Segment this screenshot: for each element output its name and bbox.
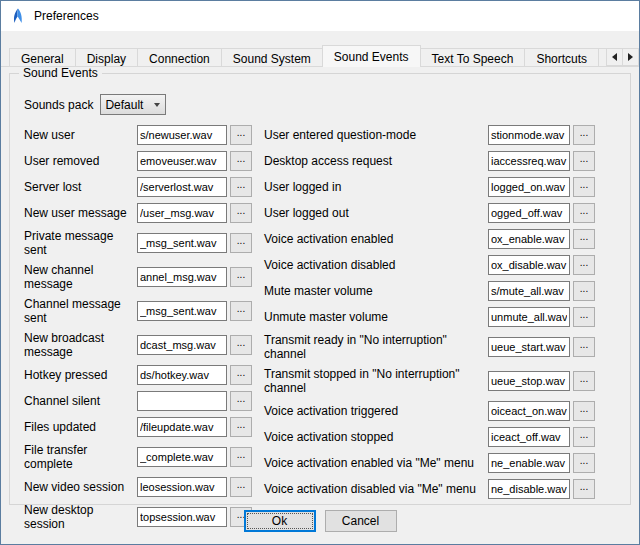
- sound-file-input[interactable]: [137, 233, 227, 253]
- browse-button[interactable]: ...: [230, 477, 252, 497]
- sound-event-row: Voice activation triggered...: [264, 401, 620, 421]
- sound-event-label: Server lost: [24, 180, 137, 194]
- browse-button[interactable]: ...: [573, 401, 595, 421]
- browse-button[interactable]: ...: [573, 125, 595, 145]
- tab-connection[interactable]: Connection: [137, 48, 222, 67]
- sound-file-input[interactable]: [488, 427, 570, 447]
- sound-file-input[interactable]: [488, 281, 570, 301]
- sound-event-label: Voice activation stopped: [264, 430, 488, 444]
- tab-display[interactable]: Display: [75, 48, 138, 67]
- chevron-down-icon: [154, 103, 160, 107]
- browse-button[interactable]: ...: [573, 177, 595, 197]
- browse-button[interactable]: ...: [230, 233, 252, 253]
- browse-button[interactable]: ...: [573, 281, 595, 301]
- sound-file-input[interactable]: [488, 307, 570, 327]
- tab-sound-events[interactable]: Sound Events: [322, 45, 421, 67]
- cancel-button[interactable]: Cancel: [325, 510, 397, 532]
- sound-file-input[interactable]: [137, 151, 227, 171]
- browse-button[interactable]: ...: [573, 307, 595, 327]
- sound-file-input[interactable]: [137, 301, 227, 321]
- sound-file-input[interactable]: [137, 125, 227, 145]
- sound-event-row: Transmit stopped in "No interruption" ch…: [264, 367, 620, 395]
- tab-text-to-speech[interactable]: Text To Speech: [420, 48, 526, 67]
- sound-event-row: Channel silent...: [24, 391, 254, 411]
- sound-file-input[interactable]: [488, 203, 570, 223]
- browse-button[interactable]: ...: [230, 335, 252, 355]
- sound-event-label: User logged out: [264, 206, 488, 220]
- browse-button[interactable]: ...: [573, 453, 595, 473]
- sound-file-input[interactable]: [137, 447, 227, 467]
- sound-event-label: Private message sent: [24, 229, 137, 257]
- tab-sound-system[interactable]: Sound System: [221, 48, 323, 67]
- sound-event-label: User entered question-mode: [264, 128, 488, 142]
- groupbox-title: Sound Events: [19, 66, 102, 80]
- browse-button[interactable]: ...: [573, 255, 595, 275]
- sound-file-input[interactable]: [488, 337, 570, 357]
- sound-file-input[interactable]: [488, 479, 570, 499]
- browse-button[interactable]: ...: [230, 391, 252, 411]
- browse-button[interactable]: ...: [230, 447, 252, 467]
- sound-event-row: New channel message...: [24, 263, 254, 291]
- sound-event-label: Voice activation enabled via "Me" menu: [264, 456, 488, 470]
- sound-event-row: New video session...: [24, 477, 254, 497]
- sound-events-groupbox: Sound Events Sounds pack Default New use…: [9, 73, 631, 505]
- sound-event-row: File transfer complete...: [24, 443, 254, 471]
- title-bar: Preferences: [1, 1, 639, 31]
- sound-file-input[interactable]: [137, 203, 227, 223]
- browse-button[interactable]: ...: [573, 371, 595, 391]
- sound-file-input[interactable]: [488, 453, 570, 473]
- browse-button[interactable]: ...: [573, 479, 595, 499]
- sound-file-input[interactable]: [488, 125, 570, 145]
- sound-file-input[interactable]: [137, 177, 227, 197]
- tab-scroll-left-button[interactable]: [606, 48, 623, 66]
- sound-event-row: Hotkey pressed...: [24, 365, 254, 385]
- browse-button[interactable]: ...: [230, 301, 252, 321]
- sound-file-input[interactable]: [137, 365, 227, 385]
- browse-button[interactable]: ...: [230, 125, 252, 145]
- sound-event-row: Voice activation disabled...: [264, 255, 620, 275]
- tab-general[interactable]: General: [9, 48, 76, 67]
- sound-event-label: User logged in: [264, 180, 488, 194]
- sound-file-input[interactable]: [137, 267, 227, 287]
- browse-button[interactable]: ...: [573, 151, 595, 171]
- sound-file-input[interactable]: [488, 177, 570, 197]
- sound-file-input[interactable]: [137, 477, 227, 497]
- sound-event-label: Desktop access request: [264, 154, 488, 168]
- sound-file-input[interactable]: [488, 255, 570, 275]
- browse-button[interactable]: ...: [230, 267, 252, 287]
- sound-file-input[interactable]: [137, 417, 227, 437]
- sound-file-input[interactable]: [137, 391, 227, 411]
- sound-file-input[interactable]: [137, 335, 227, 355]
- sound-file-input[interactable]: [488, 229, 570, 249]
- tab-scroller: [606, 48, 639, 66]
- browse-button[interactable]: ...: [230, 177, 252, 197]
- sound-event-label: Voice activation disabled via "Me" menu: [264, 482, 488, 496]
- tab-scroll-right-button[interactable]: [622, 48, 639, 66]
- sound-event-label: New user: [24, 128, 137, 142]
- sound-file-input[interactable]: [488, 401, 570, 421]
- tab-shortcuts[interactable]: Shortcuts: [524, 48, 599, 67]
- ok-button[interactable]: Ok: [244, 510, 316, 532]
- sounds-pack-label: Sounds pack: [24, 98, 93, 112]
- browse-button[interactable]: ...: [573, 229, 595, 249]
- sound-event-label: Channel silent: [24, 394, 137, 408]
- sound-event-label: New channel message: [24, 263, 137, 291]
- browse-button[interactable]: ...: [573, 337, 595, 357]
- sound-file-input[interactable]: [488, 151, 570, 171]
- browse-button[interactable]: ...: [230, 417, 252, 437]
- sound-event-row: User removed...: [24, 151, 254, 171]
- sound-event-row: Server lost...: [24, 177, 254, 197]
- browse-button[interactable]: ...: [573, 203, 595, 223]
- browse-button[interactable]: ...: [230, 365, 252, 385]
- sound-event-label: New video session: [24, 480, 137, 494]
- sound-event-row: Voice activation stopped...: [264, 427, 620, 447]
- sounds-pack-select[interactable]: Default: [100, 94, 166, 115]
- browse-button[interactable]: ...: [230, 151, 252, 171]
- browse-button[interactable]: ...: [573, 427, 595, 447]
- sound-file-input[interactable]: [488, 371, 570, 391]
- browse-button[interactable]: ...: [230, 203, 252, 223]
- arrow-left-icon: [612, 53, 617, 61]
- sound-event-row: Files updated...: [24, 417, 254, 437]
- events-column-left: New user...User removed...Server lost...…: [24, 125, 254, 537]
- sounds-pack-row: Sounds pack Default: [24, 94, 620, 115]
